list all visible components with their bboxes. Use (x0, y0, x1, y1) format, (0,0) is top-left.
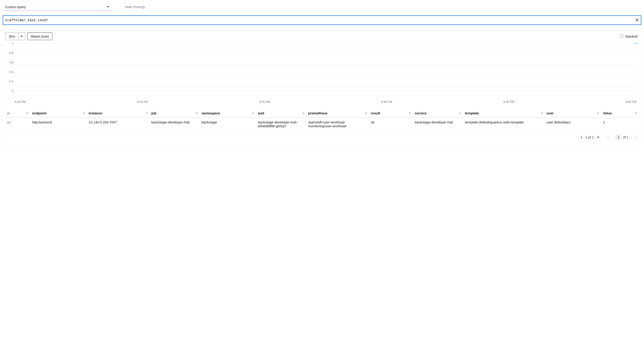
hide-promql-link[interactable]: Hide PromQL (125, 5, 146, 9)
results-table-wrap: er⇅ endpoint⇅ instance⇅ job⇅ namespace⇅ … (5, 109, 639, 131)
cell: template:default/quarkus-web-template (463, 118, 545, 131)
last-page-button[interactable]: » (634, 135, 638, 140)
cell: user:default/pe1 (545, 118, 601, 131)
y-tick: 0.4 (9, 70, 13, 74)
x-tick: 9:30 PM (137, 100, 148, 103)
time-range-value: 30m (5, 32, 18, 40)
promql-query-input[interactable] (5, 16, 635, 24)
checkbox-icon (620, 35, 624, 38)
first-page-button[interactable]: « (606, 135, 610, 140)
query-type-label: Custom query (5, 5, 26, 9)
y-tick: 0.2 (9, 80, 13, 83)
sort-icon: ⇅ (196, 113, 198, 114)
sort-icon: ⇅ (252, 113, 254, 114)
series-line (634, 43, 637, 43)
results-table: er⇅ endpoint⇅ instance⇅ job⇅ namespace⇅ … (5, 109, 639, 131)
x-tick: 9:45 PM (503, 100, 514, 103)
cell: ge- (5, 118, 30, 131)
chevron-down-icon[interactable] (597, 137, 599, 138)
chart-card: 30m Reset zoom Stacked 1 0.8 0.6 0.4 0.2… (3, 29, 641, 144)
cell: 10.130.0.254:7007 (87, 118, 150, 131)
sort-icon: ⇅ (365, 113, 367, 114)
x-axis: 9:25 PM 9:30 PM 9:35 PM 9:40 PM 9:45 PM … (15, 100, 636, 103)
sort-icon: ⇅ (26, 113, 28, 114)
cell: 1 (601, 118, 639, 131)
query-input-wrap: ✕ (3, 15, 641, 25)
cell: backstage-developer-hub (413, 118, 463, 131)
column-header[interactable]: prometheus⇅ (306, 109, 369, 118)
x-tick: 9:50 PM (626, 100, 636, 103)
y-tick: 0.6 (9, 61, 13, 64)
sort-icon: ⇅ (597, 113, 599, 114)
column-header[interactable]: user⇅ (545, 109, 601, 118)
column-header[interactable]: template⇅ (463, 109, 545, 118)
chevron-down-icon (107, 6, 109, 7)
column-header[interactable]: service⇅ (413, 109, 463, 118)
y-tick: 1 (12, 42, 13, 45)
query-type-select[interactable]: Custom query (3, 3, 112, 11)
sort-icon: ⇅ (83, 113, 85, 114)
column-header[interactable]: instance⇅ (87, 109, 150, 118)
chart-plot-area: 1 0.8 0.6 0.4 0.2 0 9:25 PM 9:30 PM 9:35… (15, 43, 636, 98)
column-header[interactable]: job⇅ (150, 109, 200, 118)
reset-zoom-button[interactable]: Reset zoom (28, 32, 52, 40)
cell: backstage (200, 118, 256, 131)
prev-page-button[interactable]: ‹ (611, 135, 614, 140)
stacked-toggle[interactable]: Stacked (620, 34, 639, 38)
time-range-caret (18, 32, 25, 40)
sort-icon: ⇅ (459, 113, 461, 114)
column-header[interactable]: endpoint⇅ (30, 109, 87, 118)
chevron-down-icon (20, 36, 23, 37)
clear-icon[interactable]: ✕ (635, 18, 639, 23)
cell: openshift-user-workload-monitoring/user-… (306, 118, 369, 131)
cell: backstage-developer-hub (150, 118, 200, 131)
sort-icon: ⇅ (302, 113, 304, 114)
cell: http-backend (30, 118, 87, 131)
stacked-label: Stacked (625, 34, 638, 38)
column-header[interactable]: er⇅ (5, 109, 30, 118)
next-page-button[interactable]: › (630, 135, 633, 140)
table-header-row: er⇅ endpoint⇅ instance⇅ job⇅ namespace⇅ … (5, 109, 639, 118)
current-page[interactable]: 1 (615, 134, 622, 140)
sort-icon: ⇅ (146, 113, 148, 114)
cell: ok (369, 118, 413, 131)
sort-icon: ⇅ (541, 113, 543, 114)
table-row: ge- http-backend 10.130.0.254:7007 backs… (5, 118, 639, 131)
y-tick: 0.8 (9, 51, 13, 54)
y-axis: 1 0.8 0.6 0.4 0.2 0 (5, 43, 15, 91)
cell: backstage-developer-hub-695d4bff86-ghmp7 (256, 118, 306, 131)
x-tick: 9:25 PM (15, 100, 26, 103)
pagination: 1 - 1 of 1 « ‹ 1 of 1 › » (5, 131, 639, 141)
sort-icon: ⇅ (409, 113, 411, 114)
column-header[interactable]: result⇅ (369, 109, 413, 118)
pagination-range: 1 - 1 of 1 (580, 135, 594, 139)
y-tick: 0 (12, 89, 13, 93)
column-header[interactable]: namespace⇅ (200, 109, 256, 118)
column-header[interactable]: pod⇅ (256, 109, 306, 118)
sort-icon: ⇅ (635, 113, 637, 114)
column-header[interactable]: Value⇅ (601, 109, 639, 118)
x-tick: 9:35 PM (259, 100, 270, 103)
x-tick: 9:40 PM (381, 100, 392, 103)
page-total: of 1 (623, 135, 628, 139)
time-range-select[interactable]: 30m (5, 32, 25, 40)
